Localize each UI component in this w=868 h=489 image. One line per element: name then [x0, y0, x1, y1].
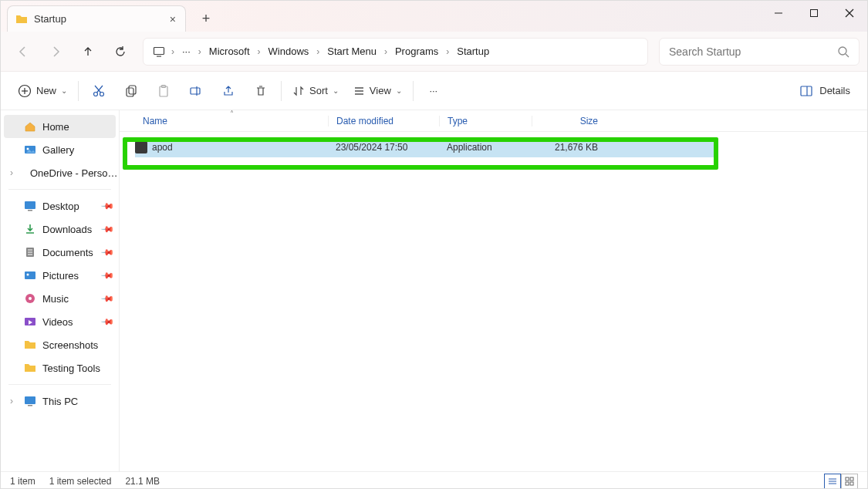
- search-field[interactable]: [669, 46, 837, 58]
- chevron-right-icon[interactable]: ›: [384, 46, 387, 57]
- separator: [281, 81, 282, 101]
- breadcrumb-item[interactable]: Start Menu: [321, 41, 383, 62]
- sidebar-label: Videos: [42, 316, 73, 328]
- chevron-right-icon[interactable]: ›: [316, 46, 319, 57]
- sidebar-item-home[interactable]: Home: [4, 115, 116, 138]
- view-details-toggle[interactable]: [824, 474, 841, 489]
- pin-icon: 📌: [100, 198, 114, 213]
- sidebar-item-desktop[interactable]: Desktop📌: [1, 194, 119, 218]
- file-name: apod: [152, 142, 173, 153]
- pin-icon: 📌: [100, 291, 114, 305]
- svg-point-12: [100, 92, 104, 96]
- share-icon: [221, 84, 235, 98]
- minimize-button[interactable]: [761, 1, 796, 25]
- sidebar-label: Pictures: [42, 270, 79, 282]
- chevron-right-icon[interactable]: ›: [198, 46, 201, 57]
- status-size: 21.1 MB: [125, 476, 160, 487]
- back-button[interactable]: [8, 37, 38, 66]
- new-tab-button[interactable]: +: [194, 6, 218, 31]
- sort-button[interactable]: Sort ⌄: [286, 78, 345, 104]
- maximize-button[interactable]: [796, 1, 832, 25]
- sidebar-item-videos[interactable]: Videos📌: [1, 310, 119, 333]
- copy-button[interactable]: [116, 78, 147, 104]
- trash-icon: [254, 84, 268, 98]
- plus-circle-icon: [18, 84, 32, 98]
- svg-rect-46: [846, 482, 849, 485]
- pin-icon: 📌: [100, 221, 114, 236]
- paste-button[interactable]: [148, 78, 179, 104]
- column-name[interactable]: Name˄: [135, 116, 328, 126]
- sidebar-label: This PC: [42, 396, 78, 407]
- sidebar-label: Testing Tools: [42, 363, 100, 374]
- window-tab[interactable]: Startup ×: [7, 5, 186, 32]
- chevron-right-icon[interactable]: ›: [446, 46, 449, 57]
- sidebar-item-documents[interactable]: Documents📌: [1, 241, 119, 264]
- svg-point-11: [94, 92, 98, 96]
- list-icon: [353, 85, 365, 97]
- app-icon: [135, 141, 147, 153]
- breadcrumb-overflow[interactable]: ···: [176, 41, 197, 62]
- sidebar-item-gallery[interactable]: Gallery: [1, 138, 119, 161]
- sidebar-item-onedrive[interactable]: OneDrive - Perso…: [1, 161, 119, 184]
- monitor-icon[interactable]: [148, 37, 170, 66]
- svg-rect-16: [129, 86, 136, 94]
- close-window-button[interactable]: [832, 1, 867, 25]
- chevron-down-icon: ⌄: [61, 86, 67, 95]
- close-tab-button[interactable]: ×: [170, 13, 176, 25]
- pin-icon: 📌: [100, 244, 114, 259]
- breadcrumb-item[interactable]: Startup: [451, 41, 495, 62]
- delete-button[interactable]: [245, 78, 276, 104]
- breadcrumb[interactable]: › ··· › Microsoft › Windows › Start Menu…: [143, 38, 648, 66]
- column-date-modified[interactable]: Date modified: [328, 116, 439, 126]
- svg-rect-24: [801, 86, 812, 96]
- cut-button[interactable]: [83, 78, 114, 104]
- breadcrumb-item[interactable]: Windows: [262, 41, 316, 62]
- column-size[interactable]: Size: [532, 116, 606, 126]
- address-bar: › ··· › Microsoft › Windows › Start Menu…: [1, 32, 867, 72]
- breadcrumb-item[interactable]: Microsoft: [203, 41, 256, 62]
- details-pane-button[interactable]: Details: [793, 84, 856, 98]
- svg-line-7: [846, 54, 849, 57]
- sidebar: Home Gallery OneDrive - Perso… Desktop📌 …: [1, 110, 120, 471]
- separator: [78, 81, 79, 101]
- pin-icon: 📌: [100, 268, 114, 282]
- separator: [413, 81, 414, 101]
- chevron-right-icon[interactable]: ›: [171, 46, 174, 57]
- svg-rect-39: [25, 396, 35, 404]
- search-input[interactable]: [659, 38, 860, 66]
- separator: [8, 189, 111, 190]
- sidebar-item-this-pc[interactable]: This PC: [1, 390, 119, 413]
- monitor-icon: [24, 395, 36, 407]
- sidebar-item-screenshots[interactable]: Screenshots: [1, 333, 119, 356]
- sidebar-item-downloads[interactable]: Downloads📌: [1, 218, 119, 241]
- view-thumbnails-toggle[interactable]: [841, 474, 858, 489]
- sidebar-item-music[interactable]: Music📌: [1, 287, 119, 310]
- new-label: New: [36, 85, 56, 96]
- view-button[interactable]: View ⌄: [346, 78, 408, 104]
- folder-icon: [24, 339, 36, 351]
- status-selected: 1 item selected: [49, 476, 112, 487]
- share-button[interactable]: [213, 78, 244, 104]
- clipboard-icon: [157, 84, 171, 98]
- more-button[interactable]: ···: [418, 78, 449, 104]
- breadcrumb-item[interactable]: Programs: [389, 41, 444, 62]
- new-button[interactable]: New ⌄: [12, 78, 73, 104]
- rename-icon: [189, 84, 203, 98]
- sidebar-item-testing-tools[interactable]: Testing Tools: [1, 356, 119, 379]
- chevron-right-icon[interactable]: ›: [258, 46, 261, 57]
- refresh-button[interactable]: [106, 37, 135, 66]
- svg-rect-34: [25, 271, 35, 279]
- column-type[interactable]: Type: [439, 116, 532, 126]
- sidebar-item-pictures[interactable]: Pictures📌: [1, 264, 119, 287]
- file-row[interactable]: apod 23/05/2024 17:50 Application 21,676…: [135, 137, 714, 157]
- document-icon: [24, 246, 36, 258]
- svg-rect-19: [191, 88, 200, 94]
- up-button[interactable]: [73, 37, 103, 66]
- file-size: 21,676 KB: [532, 142, 606, 153]
- rename-button[interactable]: [181, 78, 211, 104]
- svg-point-27: [27, 148, 29, 150]
- forward-button[interactable]: [41, 37, 70, 66]
- chevron-down-icon: ⌄: [396, 86, 402, 95]
- svg-rect-40: [28, 405, 32, 406]
- video-icon: [24, 315, 36, 328]
